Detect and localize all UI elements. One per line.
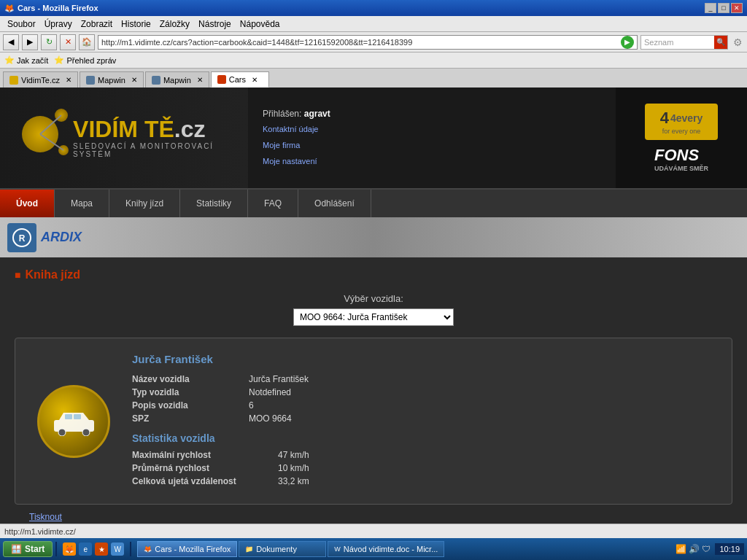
nav-uvod[interactable]: Úvod bbox=[0, 190, 55, 217]
logo-subtitle: SLEDOVACÍ A MONITOROVACÍ SYSTÉM bbox=[73, 142, 233, 158]
search-placeholder: Seznam bbox=[641, 38, 676, 47]
vehicle-name: Jurča František bbox=[132, 353, 717, 365]
contact-link[interactable]: Kontaktní údaje bbox=[263, 125, 318, 133]
tab-mapwin-2[interactable]: Mapwin ✕ bbox=[145, 71, 209, 88]
window-titlebar: 🦊 Cars - Mozilla Firefox _ □ ✕ bbox=[0, 0, 747, 16]
back-button[interactable]: ◀ bbox=[3, 34, 19, 50]
address-text: http://m1.vidimte.cz/cars?action=carbook… bbox=[101, 38, 621, 47]
header-middle: Přihlášen: agravt Kontaktní údaje Moje f… bbox=[248, 88, 616, 188]
main-content: ■ Kniha jízd Výběr vozidla: MOO 9664: Ju… bbox=[0, 257, 747, 524]
menu-tools[interactable]: Nástroje bbox=[194, 18, 236, 31]
bookmark-prehled[interactable]: ⭐ Přehled zpráv bbox=[54, 55, 116, 65]
home-button[interactable]: 🏠 bbox=[79, 34, 95, 50]
partner-logo-4every: 4 4every for every one bbox=[645, 104, 718, 140]
banner-logo: R ARDIX bbox=[7, 223, 82, 252]
forward-button[interactable]: ▶ bbox=[22, 34, 38, 50]
tab-cars[interactable]: Cars ✕ bbox=[211, 71, 269, 88]
bookmark-icon-2: ⭐ bbox=[54, 55, 64, 65]
svg-rect-7 bbox=[65, 414, 72, 419]
minimize-button[interactable]: _ bbox=[705, 3, 716, 13]
menu-edit[interactable]: Úpravy bbox=[40, 18, 77, 31]
stat-value-avg-speed: 10 km/h bbox=[278, 463, 309, 473]
search-button[interactable]: 🔍 bbox=[714, 36, 727, 49]
address-bar[interactable]: http://m1.vidimte.cz/cars?action=carbook… bbox=[98, 35, 638, 50]
detail-value-typ: Notdefined bbox=[249, 387, 291, 397]
detail-label-typ: Typ vozidla bbox=[132, 387, 249, 397]
detail-value-popis: 6 bbox=[249, 400, 254, 411]
partner-logo-fons: FONS UDÁVÁME SMĚR bbox=[654, 146, 708, 172]
window-title: 🦊 Cars - Mozilla Firefox bbox=[4, 4, 98, 13]
tab-mapwin-1[interactable]: Mapwin ✕ bbox=[80, 71, 144, 88]
logo-lines bbox=[15, 109, 73, 167]
maximize-button[interactable]: □ bbox=[718, 3, 729, 13]
logo-area: VIDÍM TĚ.cz SLEDOVACÍ A MONITOROVACÍ SYS… bbox=[0, 88, 248, 188]
detail-label-popis: Popis vozidla bbox=[132, 400, 249, 411]
nav-bar: Úvod Mapa Knihy jízd Statistiky FAQ Odhl… bbox=[0, 190, 747, 217]
svg-rect-8 bbox=[74, 414, 81, 419]
svg-text:R: R bbox=[19, 233, 26, 244]
logo-network-graphic bbox=[15, 109, 66, 167]
menu-history[interactable]: Historie bbox=[117, 18, 155, 31]
stat-label-avg-speed: Průměrná rychlost bbox=[132, 463, 278, 473]
search-bar[interactable]: Seznam 🔍 bbox=[640, 35, 728, 50]
bookmark-jak-zacit[interactable]: ⭐ Jak začít bbox=[4, 55, 48, 65]
tab-close-cars[interactable]: ✕ bbox=[252, 76, 258, 84]
logo-title: VIDÍM TĚ.cz bbox=[73, 117, 233, 141]
stat-row-avg-speed: Průměrná rychlost 10 km/h bbox=[132, 463, 717, 473]
banner-area: R ARDIX bbox=[0, 217, 747, 257]
vehicle-details: Jurča František Název vozidla Jurča Fran… bbox=[132, 353, 717, 489]
tab-bar: VidimTe.cz ✕ Mapwin ✕ Mapwin ✕ Cars ✕ bbox=[0, 69, 747, 88]
menubar: Soubor Úpravy Zobrazit Historie Záložky … bbox=[0, 16, 747, 32]
tab-icon-vidimte bbox=[9, 76, 18, 85]
go-button[interactable]: ▶ bbox=[621, 36, 634, 49]
nav-faq[interactable]: FAQ bbox=[248, 190, 298, 217]
car-silhouette-svg bbox=[50, 407, 98, 436]
bookmarks-bar: ⭐ Jak začít ⭐ Přehled zpráv bbox=[0, 52, 747, 69]
stat-row-total-dist: Celková ujetá vzdálenost 33,2 km bbox=[132, 476, 717, 486]
refresh-button[interactable]: ↻ bbox=[41, 34, 57, 50]
footer-actions: Tisknout bbox=[15, 505, 732, 524]
status-bar: http://m1.vidimte.cz/ bbox=[0, 524, 747, 538]
menu-bookmarks[interactable]: Záložky bbox=[155, 18, 194, 31]
user-info: Přihlášen: agravt Kontaktní údaje Moje f… bbox=[263, 106, 330, 169]
stat-value-total-dist: 33,2 km bbox=[278, 476, 309, 486]
header-right: 4 4every for every one FONS UDÁVÁME SMĚR bbox=[616, 88, 747, 188]
detail-row-popis: Popis vozidla 6 bbox=[132, 400, 717, 411]
stat-row-max-speed: Maximální rychlost 47 km/h bbox=[132, 450, 717, 460]
svg-line-1 bbox=[40, 134, 63, 150]
close-button[interactable]: ✕ bbox=[731, 3, 743, 13]
stat-value-max-speed: 47 km/h bbox=[278, 450, 309, 460]
nav-odhlaseni[interactable]: Odhlášení bbox=[298, 190, 371, 217]
vehicle-selector-area: Výběr vozidla: MOO 9664: Jurča František bbox=[15, 293, 732, 326]
banner-logo-text: ARDIX bbox=[41, 230, 82, 245]
detail-value-spz: MOO 9664 bbox=[249, 413, 292, 424]
tab-vidimte[interactable]: VidimTe.cz ✕ bbox=[3, 71, 78, 88]
print-link[interactable]: Tisknout bbox=[29, 512, 62, 522]
gear-icon[interactable]: ⚙ bbox=[731, 36, 744, 49]
menu-view[interactable]: Zobrazit bbox=[77, 18, 117, 31]
window-icon: 🦊 bbox=[4, 4, 15, 13]
tab-icon-mapwin2 bbox=[152, 76, 160, 85]
menu-help[interactable]: Nápověda bbox=[236, 18, 285, 31]
vehicle-select[interactable]: MOO 9664: Jurča František bbox=[293, 308, 454, 326]
settings-link[interactable]: Moje nastavení bbox=[263, 157, 317, 166]
detail-value-nazev: Jurča František bbox=[249, 374, 309, 384]
stat-label-total-dist: Celková ujetá vzdálenost bbox=[132, 476, 278, 486]
nav-statistiky[interactable]: Statistiky bbox=[180, 190, 248, 217]
svg-line-0 bbox=[40, 115, 61, 134]
detail-row-spz: SPZ MOO 9664 bbox=[132, 413, 717, 424]
menu-file[interactable]: Soubor bbox=[3, 18, 40, 31]
car-icon bbox=[37, 385, 110, 458]
tab-close-mapwin2[interactable]: ✕ bbox=[197, 76, 203, 84]
nav-knihy[interactable]: Knihy jízd bbox=[109, 190, 180, 217]
vehicle-card: Jurča František Název vozidla Jurča Fran… bbox=[15, 338, 732, 505]
tab-close-vidimte[interactable]: ✕ bbox=[66, 76, 71, 84]
user-logged: Přihlášen: agravt bbox=[263, 106, 330, 122]
company-link[interactable]: Moje firma bbox=[263, 141, 300, 149]
vehicle-image-area bbox=[30, 353, 117, 489]
detail-row-typ: Typ vozidla Notdefined bbox=[132, 387, 717, 397]
nav-mapa[interactable]: Mapa bbox=[55, 190, 109, 217]
tab-close-mapwin1[interactable]: ✕ bbox=[131, 76, 137, 84]
stop-button[interactable]: ✕ bbox=[60, 34, 76, 50]
banner-icon-svg: R bbox=[11, 227, 33, 249]
